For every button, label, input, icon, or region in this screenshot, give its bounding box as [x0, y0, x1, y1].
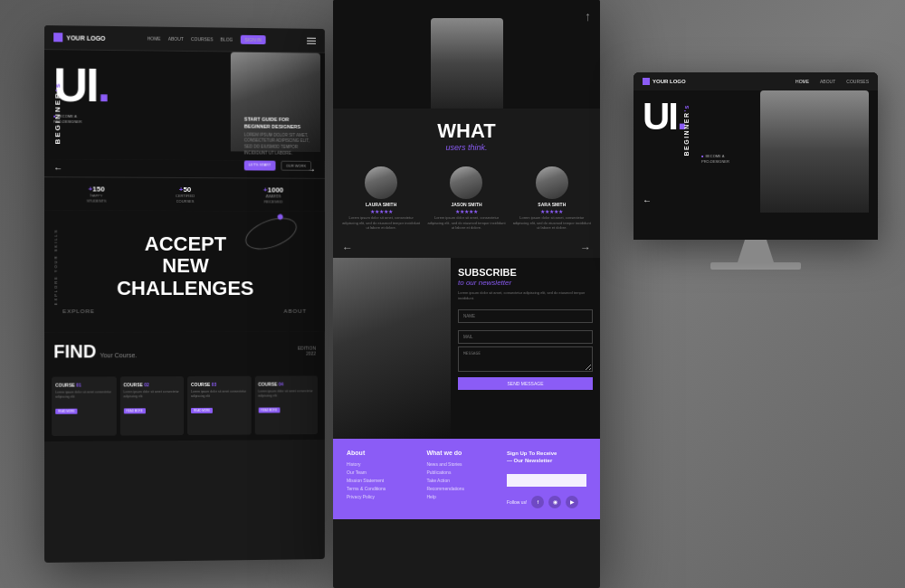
course-4-desc: Lorem ipsum dolor sit amet consectetur a…	[258, 389, 314, 398]
nav-blog[interactable]: BLOG	[221, 36, 233, 42]
hero-subtitle: START GUIDE FOR BEGINNER DESIGNERS Lorem…	[244, 116, 316, 171]
testimonial-2-text: Lorem ipsum dolor sit amet, consectetur …	[427, 215, 505, 231]
logo-square-icon	[53, 33, 62, 42]
footer-whatwedo-col: What we do News and Stories Publications…	[426, 450, 492, 508]
monitor-become-label: BECOME APRO-DESIGNER	[701, 154, 729, 165]
monitor-logo: YOUR LOGO	[643, 78, 686, 85]
explore-link[interactable]: EXPLORE	[62, 308, 95, 314]
monitor-stand	[738, 240, 774, 262]
monitor-screen-body: YOUR LOGO HOME ABOUT COURSES UI. BEGINNE…	[634, 72, 878, 240]
monitor-nav-home[interactable]: HOME	[795, 79, 809, 84]
nav-about[interactable]: ABOUT	[168, 36, 184, 42]
footer-publications-link[interactable]: Publications	[426, 469, 492, 477]
stat-students-number: +150	[87, 185, 107, 193]
courses-section: COURSE 01 Lorem ipsum dolor sit amet con…	[44, 370, 325, 441]
send-message-button[interactable]: SEND MESSAGE	[458, 377, 593, 390]
testimonial-3-text: Lorem ipsum dolor sit amet, consectetur …	[513, 215, 591, 231]
left-hero: EDITION 2022 UI. BEGINNER's START GUIDE …	[44, 50, 325, 161]
course-3-btn[interactable]: READ MORE	[191, 407, 213, 413]
testimonial-1-name: LAURA SMITH	[342, 202, 420, 207]
stat-awards-label: AWARDSRECEIVED	[263, 194, 283, 204]
testimonial-3: SARA SMITH ★★★★★ Lorem ipsum dolor sit a…	[513, 166, 591, 231]
message-input[interactable]	[458, 346, 593, 372]
name-input[interactable]	[458, 309, 593, 323]
signin-button[interactable]: SIGN IN	[240, 35, 265, 44]
footer-news-link[interactable]: News and Stories	[426, 460, 492, 469]
course-card-1: COURSE 01 Lorem ipsum dolor sit amet con…	[52, 376, 116, 436]
facebook-icon[interactable]: f	[531, 496, 544, 508]
about-link[interactable]: ABOUT	[284, 308, 307, 314]
testimonial-2-stars: ★★★★★	[427, 208, 505, 214]
orbit-dot-icon	[277, 213, 284, 221]
footer-help-link[interactable]: Help	[426, 493, 492, 501]
prev-arrow-icon[interactable]: ←	[53, 163, 62, 173]
youtube-icon[interactable]: ▶	[566, 496, 578, 508]
course-2-btn[interactable]: READ MORE	[123, 408, 145, 413]
instagram-icon[interactable]: ◉	[548, 496, 561, 508]
nav-courses[interactable]: COURSES	[191, 36, 214, 42]
monitor-logo-text: YOUR LOGO	[653, 79, 686, 84]
scroll-up-arrow[interactable]: ↑	[585, 9, 591, 24]
footer-newsletter-title: Sign Up To Receive— Our Newsletter	[507, 450, 586, 465]
hamburger-icon[interactable]	[307, 37, 316, 43]
footer-terms-link[interactable]: Terms & Conditions	[347, 485, 413, 493]
monitor-screen: YOUR LOGO HOME ABOUT COURSES UI. BEGINNE…	[634, 72, 878, 240]
mid-top-section: ↑	[333, 0, 600, 109]
testimonial-3-avatar	[536, 166, 568, 199]
subscribe-person-image	[333, 258, 451, 439]
testimonials-section: LAURA SMITH ★★★★★ Lorem ipsum dolor sit …	[333, 159, 600, 238]
course-card-4: COURSE 04 Lorem ipsum dolor sit amet con…	[254, 375, 318, 434]
accept-line3: CHALLENGES	[71, 277, 298, 299]
course-1-btn[interactable]: READ MORE	[55, 408, 77, 413]
logo-text: YOUR LOGO	[66, 34, 105, 42]
course-3-number: COURSE 03	[191, 381, 247, 386]
monitor-ui-heading: UI.	[643, 98, 686, 205]
monitor-nav: YOUR LOGO HOME ABOUT COURSES	[634, 72, 878, 90]
testimonial-3-stars: ★★★★★	[513, 208, 591, 214]
footer-action-link[interactable]: Take Action	[426, 477, 492, 485]
testimonials-prev-arrow[interactable]: ←	[342, 242, 353, 254]
footer-section: About History Our Team Mission Statement…	[333, 439, 600, 519]
footer-our-team-link[interactable]: Our Team	[347, 469, 413, 477]
monitor-nav-links: HOME ABOUT COURSES	[795, 79, 869, 84]
mid-top-person-image	[431, 18, 503, 109]
testimonial-2: JASON SMITH ★★★★★ Lorem ipsum dolor sit …	[427, 166, 505, 231]
course-1-desc: Lorem ipsum dolor sit amet consectetur a…	[55, 390, 112, 399]
footer-newsletter-input[interactable]	[507, 474, 586, 487]
stat-students-label: HAPPYSTUDENTS	[87, 193, 107, 203]
testimonial-1-stars: ★★★★★	[342, 208, 420, 214]
what-title: WHAT	[347, 119, 586, 143]
course-1-number: COURSE 01	[55, 382, 112, 387]
what-subtitle: users think.	[347, 143, 586, 152]
accept-line2: NEW	[71, 255, 298, 278]
footer-recommendations-link[interactable]: Recommendations	[426, 485, 492, 493]
subscribe-section: SUBSCRIBE to our newsletter Lorem ipsum …	[333, 258, 600, 439]
our-work-button[interactable]: OUR WORK	[281, 160, 311, 170]
left-nav: YOUR LOGO HOME ABOUT COURSES BLOG SIGN I…	[44, 25, 325, 53]
monitor-logo-square-icon	[643, 78, 650, 85]
footer-mission-link[interactable]: Mission Statement	[347, 477, 413, 485]
what-section: WHAT users think.	[333, 109, 600, 159]
monitor-nav-about[interactable]: ABOUT	[820, 79, 835, 84]
subscribe-silhouette	[333, 258, 451, 439]
footer-about-col: About History Our Team Mission Statement…	[347, 450, 413, 508]
nav-home[interactable]: HOME	[148, 35, 161, 41]
footer-privacy-link[interactable]: Privacy Policy	[347, 493, 413, 501]
stat-awards-number: +1000	[263, 185, 283, 194]
footer-history-link[interactable]: History	[347, 460, 413, 469]
monitor-nav-courses[interactable]: COURSES	[846, 79, 869, 84]
mail-input[interactable]	[458, 330, 593, 344]
stat-courses: +50 CERTIFIEDCOURSES	[176, 185, 195, 204]
course-3-desc: Lorem ipsum dolor sit amet consectetur a…	[191, 389, 247, 398]
find-small-text: Your Course.	[100, 352, 137, 358]
monitor-base	[710, 262, 801, 270]
subscribe-desc: Lorem ipsum dolor sit amet, consectetur …	[458, 290, 593, 301]
course-4-btn[interactable]: READ MORE	[258, 407, 280, 413]
testimonials-nav: ← →	[333, 238, 600, 258]
testimonials-next-arrow[interactable]: →	[580, 242, 591, 254]
lets-start-button[interactable]: LET'S START	[244, 160, 275, 170]
left-logo: YOUR LOGO	[53, 33, 105, 43]
testimonial-1-text: Lorem ipsum dolor sit amet, consectetur …	[342, 215, 420, 231]
explore-skills-label: EXPLORE YOUR SKILLS	[53, 229, 58, 306]
course-card-3: COURSE 03 Lorem ipsum dolor sit amet con…	[187, 375, 251, 434]
